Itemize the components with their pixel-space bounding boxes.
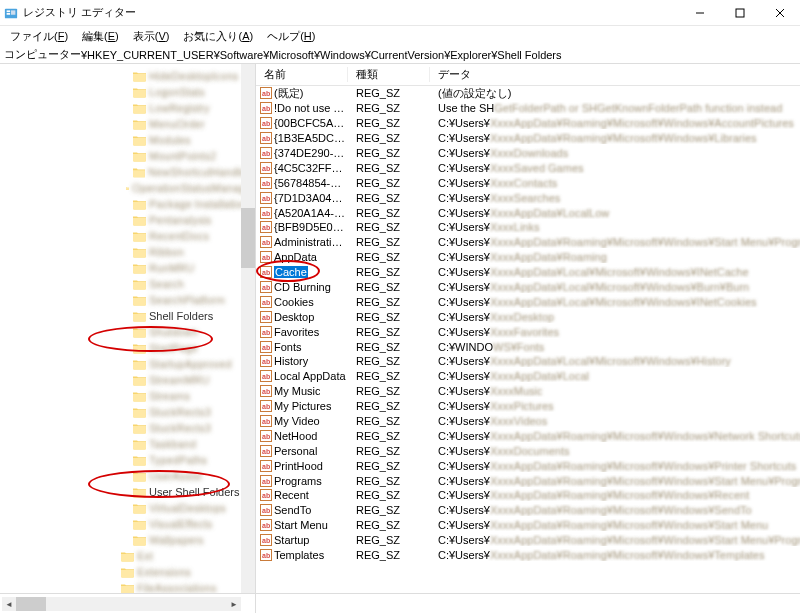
value-row[interactable]: abFavoritesREG_SZC:¥Users¥XxxxFavorites xyxy=(256,324,800,339)
value-row[interactable]: ab{A520A1A4-1780...REG_SZC:¥Users¥XxxxAp… xyxy=(256,205,800,220)
value-row[interactable]: abStartupREG_SZC:¥Users¥XxxxAppData¥Roam… xyxy=(256,533,800,548)
tree-item[interactable]: Streams xyxy=(0,388,255,404)
tree-item[interactable]: SearchPlatform xyxy=(0,292,255,308)
tree-item-label: UserAssist xyxy=(149,470,202,482)
value-row[interactable]: abTemplatesREG_SZC:¥Users¥XxxxAppData¥Ro… xyxy=(256,548,800,563)
value-row[interactable]: abPrintHoodREG_SZC:¥Users¥XxxxAppData¥Ro… xyxy=(256,458,800,473)
value-row[interactable]: abAppDataREG_SZC:¥Users¥XxxxAppData¥Roam… xyxy=(256,250,800,265)
column-data[interactable]: データ xyxy=(430,67,800,82)
tree-item[interactable]: MenuOrder xyxy=(0,116,255,132)
value-row[interactable]: abCD BurningREG_SZC:¥Users¥XxxxAppData¥L… xyxy=(256,280,800,295)
tree-item[interactable]: Ext xyxy=(0,548,255,564)
tree-item[interactable]: HideDesktopIcons xyxy=(0,68,255,84)
tree-item[interactable]: NewShortcutHandlers xyxy=(0,164,255,180)
value-row[interactable]: abMy PicturesREG_SZC:¥Users¥XxxxPictures xyxy=(256,399,800,414)
svg-text:ab: ab xyxy=(262,314,270,321)
tree-item[interactable]: LowRegistry xyxy=(0,100,255,116)
tree-item[interactable]: Shutdown xyxy=(0,324,255,340)
value-row[interactable]: ab{1B3EA5DC-B58...REG_SZC:¥Users¥XxxxApp… xyxy=(256,131,800,146)
tree-item[interactable]: Extensions xyxy=(0,564,255,580)
tree-item[interactable]: TypedPaths xyxy=(0,452,255,468)
tree-item[interactable]: Ribbon xyxy=(0,244,255,260)
tree-item[interactable]: FileAssociations xyxy=(0,580,255,593)
tree-item[interactable]: Search xyxy=(0,276,255,292)
value-data-prefix: C:¥WINDO xyxy=(438,341,493,353)
value-row[interactable]: abProgramsREG_SZC:¥Users¥XxxxAppData¥Roa… xyxy=(256,473,800,488)
scroll-right-icon[interactable]: ► xyxy=(227,597,241,611)
tree-item-label: User Shell Folders xyxy=(149,486,239,498)
tree-horizontal-scrollbar[interactable]: ◄ ► xyxy=(2,597,241,611)
tree-item[interactable]: Modules xyxy=(0,132,255,148)
value-data-blurred: XxxxAppData¥Roaming xyxy=(490,251,607,263)
value-row[interactable]: ab!Do not use this ...REG_SZUse the SHGe… xyxy=(256,101,800,116)
menu-view[interactable]: 表示(V) xyxy=(127,27,176,46)
scroll-thumb[interactable] xyxy=(16,597,46,611)
scroll-left-icon[interactable]: ◄ xyxy=(2,597,16,611)
menu-file[interactable]: ファイル(F) xyxy=(4,27,74,46)
svg-text:ab: ab xyxy=(262,90,270,97)
value-row[interactable]: abCacheREG_SZC:¥Users¥XxxxAppData¥Local¥… xyxy=(256,265,800,280)
menu-favorites[interactable]: お気に入り(A) xyxy=(177,27,259,46)
tree-item-label: MenuOrder xyxy=(149,118,205,130)
value-row[interactable]: ab{4C5C32FF-BB9D...REG_SZC:¥Users¥XxxxSa… xyxy=(256,160,800,175)
menu-help[interactable]: ヘルプ(H) xyxy=(261,27,321,46)
tree-item[interactable]: UserAssist xyxy=(0,468,255,484)
value-row[interactable]: abAdministrative T...REG_SZC:¥Users¥Xxxx… xyxy=(256,235,800,250)
tree-item[interactable]: RunMRU xyxy=(0,260,255,276)
tree-item[interactable]: MountPoints2 xyxy=(0,148,255,164)
value-row[interactable]: ab{374DE290-123F...REG_SZC:¥Users¥XxxxDo… xyxy=(256,146,800,161)
value-row[interactable]: ab{7D1D3A04-DEB...REG_SZC:¥Users¥XxxxSea… xyxy=(256,190,800,205)
tree-item[interactable]: OperationStatusManager xyxy=(0,180,255,196)
value-row[interactable]: abPersonalREG_SZC:¥Users¥XxxxDocuments xyxy=(256,443,800,458)
value-row[interactable]: ab(既定)REG_SZ(値の設定なし) xyxy=(256,86,800,101)
address-bar[interactable]: コンピューター¥HKEY_CURRENT_USER¥Software¥Micro… xyxy=(0,46,800,64)
value-row[interactable]: ab{BFB9D5E0-C6A...REG_SZC:¥Users¥XxxxLin… xyxy=(256,220,800,235)
tree-item-label: Modules xyxy=(149,134,191,146)
tree-item[interactable]: StartupApproved xyxy=(0,356,255,372)
tree-item[interactable]: LogonStats xyxy=(0,84,255,100)
tree-item[interactable]: VisualEffects xyxy=(0,516,255,532)
value-row[interactable]: abMy VideoREG_SZC:¥Users¥XxxxVideos xyxy=(256,414,800,429)
list-pane[interactable]: 名前 種類 データ ab(既定)REG_SZ(値の設定なし)ab!Do not … xyxy=(256,64,800,593)
value-row[interactable]: abLocal AppDataREG_SZC:¥Users¥XxxxAppDat… xyxy=(256,369,800,384)
tree-item[interactable]: StreamMRU xyxy=(0,372,255,388)
value-row[interactable]: abFontsREG_SZC:¥WINDOWS¥Fonts xyxy=(256,339,800,354)
tree-item[interactable]: VirtualDesktops xyxy=(0,500,255,516)
tree-pane[interactable]: HideDesktopIconsLogonStatsLowRegistryMen… xyxy=(0,64,256,593)
tree-item-user-shell-folders[interactable]: User Shell Folders xyxy=(0,484,255,500)
value-row[interactable]: abStart MenuREG_SZC:¥Users¥XxxxAppData¥R… xyxy=(256,518,800,533)
value-row[interactable]: abNetHoodREG_SZC:¥Users¥XxxxAppData¥Roam… xyxy=(256,428,800,443)
value-data-prefix: C:¥Users¥ xyxy=(438,207,490,219)
tree-item[interactable]: RecentDocs xyxy=(0,228,255,244)
value-row[interactable]: abCookiesREG_SZC:¥Users¥XxxxAppData¥Loca… xyxy=(256,294,800,309)
value-name: SendTo xyxy=(274,504,311,516)
tree-item[interactable]: Pentanalysis xyxy=(0,212,255,228)
value-data-prefix: C:¥Users¥ xyxy=(438,147,490,159)
tree-item[interactable]: Taskband xyxy=(0,436,255,452)
value-row[interactable]: abHistoryREG_SZC:¥Users¥XxxxAppData¥Loca… xyxy=(256,354,800,369)
maximize-button[interactable] xyxy=(720,0,760,26)
tree-vertical-scrollbar[interactable] xyxy=(241,64,255,593)
value-row[interactable]: ab{56784854-C6CB...REG_SZC:¥Users¥XxxxCo… xyxy=(256,175,800,190)
tree-item[interactable]: Package Installation xyxy=(0,196,255,212)
value-row[interactable]: abDesktopREG_SZC:¥Users¥XxxxDesktop xyxy=(256,309,800,324)
close-button[interactable] xyxy=(760,0,800,26)
column-type[interactable]: 種類 xyxy=(348,67,430,82)
value-row[interactable]: abRecentREG_SZC:¥Users¥XxxxAppData¥Roami… xyxy=(256,488,800,503)
column-name[interactable]: 名前 xyxy=(256,67,348,82)
tree-item[interactable]: StuckRects3 xyxy=(0,404,255,420)
tree-item[interactable]: Wallpapers xyxy=(0,532,255,548)
scroll-thumb[interactable] xyxy=(241,208,255,268)
tree-item-shell-folders[interactable]: Shell Folders xyxy=(0,308,255,324)
tree-item[interactable]: StartPage xyxy=(0,340,255,356)
tree-item[interactable]: StuckRects3 xyxy=(0,420,255,436)
value-type: REG_SZ xyxy=(348,460,430,472)
menu-edit[interactable]: 編集(E) xyxy=(76,27,125,46)
value-row[interactable]: abSendToREG_SZC:¥Users¥XxxxAppData¥Roami… xyxy=(256,503,800,518)
value-data-prefix: C:¥Users¥ xyxy=(438,534,490,546)
value-row[interactable]: abMy MusicREG_SZC:¥Users¥XxxxMusic xyxy=(256,384,800,399)
value-row[interactable]: ab{00BCFC5A-ED9...REG_SZC:¥Users¥XxxxApp… xyxy=(256,116,800,131)
minimize-button[interactable] xyxy=(680,0,720,26)
value-type: REG_SZ xyxy=(348,430,430,442)
svg-text:ab: ab xyxy=(262,403,270,410)
